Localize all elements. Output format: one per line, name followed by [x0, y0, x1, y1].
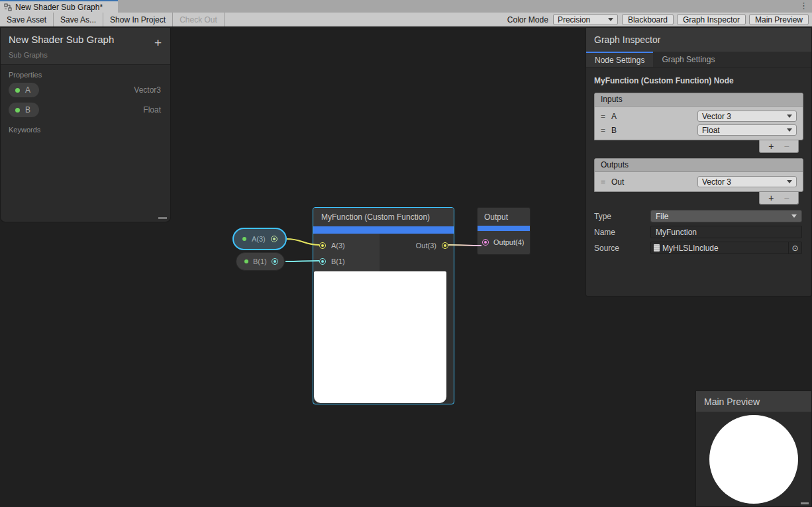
input-name: A [611, 112, 691, 121]
port-icon[interactable] [271, 236, 278, 242]
blackboard-header: New Shader Sub Graph Sub Graphs + [1, 28, 170, 65]
add-property-button[interactable]: + [154, 38, 162, 48]
save-asset-button[interactable]: Save Asset [0, 13, 54, 26]
window-menu-icon[interactable]: ⋮ [799, 1, 808, 11]
check-out-button: Check Out [173, 13, 225, 26]
port-icon[interactable] [482, 239, 489, 246]
keywords-section-label: Keywords [1, 120, 170, 135]
node-color-strip [478, 226, 530, 231]
function-name-input[interactable]: MyFunction [650, 226, 802, 238]
save-as-button[interactable]: Save As... [54, 13, 103, 26]
input-b-label: B(1) [331, 257, 345, 265]
property-node-a[interactable]: A(3) [232, 228, 287, 250]
color-mode-dropdown[interactable]: Precision [553, 14, 618, 25]
window-tab-bar: New Shader Sub Graph* ⋮ [0, 0, 812, 13]
input-a-label: A(3) [331, 242, 345, 250]
input-row-b[interactable]: = B Float [595, 123, 803, 137]
port-icon[interactable] [319, 242, 326, 249]
chevron-down-icon [787, 128, 792, 132]
graph-inspector-toggle-button[interactable]: Graph Inspector [677, 14, 746, 25]
chevron-down-icon [608, 18, 613, 21]
port-icon[interactable] [442, 242, 448, 249]
input-name: B [611, 126, 691, 135]
input-slots: A(3) B(1) [313, 234, 380, 271]
node-color-strip [313, 226, 454, 234]
chevron-down-icon [787, 180, 792, 183]
property-pill-a[interactable]: A [9, 83, 39, 97]
outputs-list-header: Outputs [595, 159, 803, 172]
property-name: A [25, 85, 30, 95]
output-type-dropdown[interactable]: Vector 3 [697, 176, 797, 187]
node-slots: A(3) B(1) Out(3) [313, 234, 454, 271]
tab-graph-settings[interactable]: Graph Settings [653, 52, 723, 67]
node-preview [314, 271, 446, 403]
remove-output-button[interactable]: − [784, 193, 789, 203]
node-title[interactable]: Output [478, 208, 530, 226]
input-type-value: Vector 3 [702, 112, 731, 121]
main-preview-panel: Main Preview [695, 391, 812, 507]
input-row-a[interactable]: = A Vector 3 [595, 109, 803, 123]
port-icon[interactable] [319, 258, 326, 265]
chevron-down-icon [787, 115, 792, 118]
preview-sphere [709, 415, 798, 504]
out-label: Out(3) [416, 242, 436, 250]
input-type-value: Float [702, 126, 720, 135]
property-type: Float [143, 105, 161, 115]
port-icon[interactable] [272, 258, 278, 265]
input-type-dropdown[interactable]: Float [697, 124, 797, 136]
output-input-label: Output(4) [493, 238, 524, 246]
source-field-row: Source MyHLSLInclude ⊙ [594, 242, 802, 254]
graph-inspector-panel: Graph Inspector Node Settings Graph Sett… [585, 28, 812, 297]
inspector-tabs: Node Settings Graph Settings [586, 52, 811, 68]
custom-function-node[interactable]: MyFunction (Custom Function) A(3) B(1) O… [313, 207, 454, 404]
color-mode-value: Precision [558, 15, 590, 24]
tab-node-settings[interactable]: Node Settings [586, 52, 653, 67]
tab-title: New Shader Sub Graph* [15, 3, 103, 12]
output-node[interactable]: Output Output(4) [477, 207, 531, 255]
type-label: Type [594, 212, 650, 221]
main-preview-toggle-button[interactable]: Main Preview [749, 14, 809, 25]
name-field-row: Name MyFunction [594, 226, 802, 238]
drag-handle-icon[interactable]: = [601, 126, 605, 135]
color-mode-label: Color Mode [507, 15, 548, 24]
resize-handle[interactable] [158, 217, 167, 219]
blackboard-toggle-button[interactable]: Blackboard [622, 14, 674, 25]
output-type-value: Vector 3 [702, 177, 731, 187]
show-in-project-button[interactable]: Show In Project [103, 13, 173, 26]
output-row-out[interactable]: = Out Vector 3 [595, 175, 803, 189]
output-name: Out [611, 177, 691, 187]
drag-handle-icon[interactable]: = [601, 112, 605, 121]
add-output-button[interactable]: + [768, 193, 774, 203]
remove-input-button[interactable]: − [784, 141, 789, 152]
source-value: MyHLSLInclude [662, 244, 788, 253]
inspected-node-header: MyFunction (Custom Function) Node [586, 68, 811, 93]
node-title[interactable]: MyFunction (Custom Function) [313, 208, 454, 226]
inputs-list-footer: + − [586, 140, 811, 153]
inputs-list: Inputs = A Vector 3 = B Float [594, 93, 803, 140]
property-pill-b[interactable]: B [9, 103, 39, 117]
property-row: B Float [1, 100, 170, 120]
tab-shader-sub-graph[interactable]: New Shader Sub Graph* [0, 0, 118, 13]
outputs-list: Outputs = Out Vector 3 [594, 158, 803, 192]
resize-handle[interactable] [801, 502, 809, 504]
drag-handle-icon[interactable]: = [601, 177, 605, 187]
blackboard-panel: New Shader Sub Graph Sub Graphs + Proper… [0, 28, 171, 222]
property-node-b[interactable]: B(1) [236, 252, 285, 271]
type-dropdown[interactable]: File [650, 210, 802, 222]
inputs-list-header: Inputs [595, 93, 803, 107]
node-b-label: B(1) [253, 257, 267, 265]
source-object-field[interactable]: MyHLSLInclude ⊙ [650, 242, 802, 254]
exposed-dot-icon [242, 237, 246, 241]
input-slot-a: A(3) [313, 238, 380, 254]
add-input-button[interactable]: + [768, 141, 774, 152]
main-preview-title: Main Preview [696, 391, 811, 412]
properties-section-label: Properties [1, 65, 170, 80]
exposed-dot-icon [15, 108, 20, 113]
object-picker-icon[interactable]: ⊙ [788, 242, 801, 254]
file-icon [654, 244, 660, 252]
output-slot-out: Out(3) [380, 238, 454, 254]
input-type-dropdown[interactable]: Vector 3 [697, 111, 797, 122]
name-label: Name [594, 228, 650, 237]
property-row: A Vector3 [1, 80, 170, 100]
inspector-title: Graph Inspector [586, 28, 811, 52]
